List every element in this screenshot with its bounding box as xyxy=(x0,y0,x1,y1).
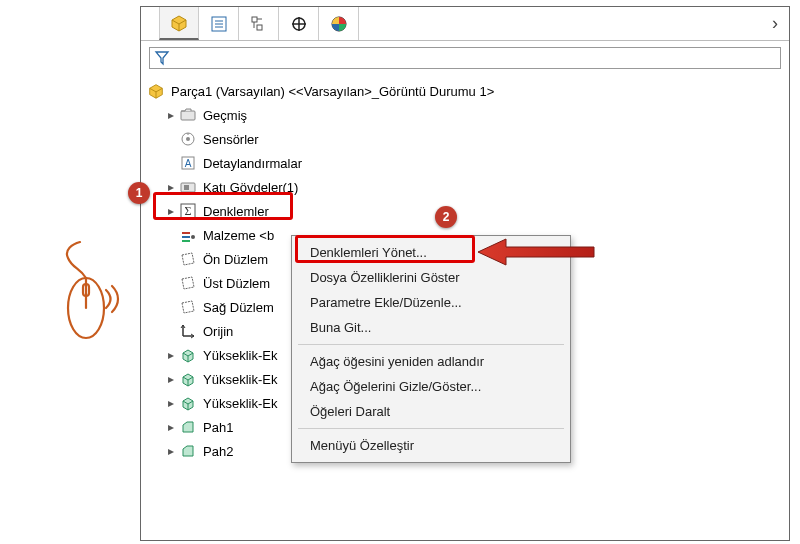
context-menu: Denklemleri Yönet... Dosya Özelliklerini… xyxy=(291,235,571,463)
svg-rect-15 xyxy=(181,111,195,120)
part-icon xyxy=(147,82,165,100)
extrude-icon xyxy=(179,370,197,388)
tree-item-annotations[interactable]: A Detaylandırmalar xyxy=(147,151,783,175)
annotations-icon: A xyxy=(179,154,197,172)
plane-icon xyxy=(179,298,197,316)
ctx-rename-tree-item[interactable]: Ağaç öğesini yeniden adlandır xyxy=(292,349,570,374)
extrude-icon xyxy=(179,346,197,364)
material-icon xyxy=(179,226,197,244)
callout-1: 1 xyxy=(128,182,150,204)
svg-rect-7 xyxy=(252,17,257,22)
tab-feature-tree[interactable] xyxy=(159,7,199,40)
svg-rect-10 xyxy=(257,25,262,30)
plane-icon xyxy=(179,274,197,292)
tree-item-equations[interactable]: ▸ Σ Denklemler xyxy=(147,199,783,223)
svg-point-17 xyxy=(186,137,190,141)
expander-icon[interactable]: ▸ xyxy=(165,108,177,122)
ctx-separator xyxy=(298,344,564,345)
feature-tree-toolbar: › xyxy=(141,7,789,41)
tab-display-manager[interactable] xyxy=(319,7,359,40)
solid-bodies-icon xyxy=(179,178,197,196)
expander-icon[interactable]: ▸ xyxy=(165,180,177,194)
panel-frame: › Parça1 (Varsayılan) <<Varsayılan>_Görü… xyxy=(140,6,790,541)
origin-icon xyxy=(179,322,197,340)
expander-icon[interactable]: ▸ xyxy=(165,396,177,410)
folder-history-icon xyxy=(179,106,197,124)
tree-item-sensors[interactable]: Sensörler xyxy=(147,127,783,151)
callout-2: 2 xyxy=(435,206,457,228)
chevron-right-icon: › xyxy=(772,13,778,34)
chamfer-icon xyxy=(179,442,197,460)
expander-icon[interactable]: ▸ xyxy=(165,420,177,434)
plane-icon xyxy=(179,250,197,268)
sensors-icon xyxy=(179,130,197,148)
tree-item-history[interactable]: ▸ Geçmiş xyxy=(147,103,783,127)
ctx-add-edit-parameter[interactable]: Parametre Ekle/Düzenle... xyxy=(292,290,570,315)
svg-point-28 xyxy=(191,235,195,239)
toolbar-overflow[interactable]: › xyxy=(761,7,789,40)
expander-icon[interactable]: ▸ xyxy=(165,204,177,218)
ctx-hide-show-tree-items[interactable]: Ağaç Öğelerini Gizle/Göster... xyxy=(292,374,570,399)
svg-text:A: A xyxy=(185,158,192,169)
svg-rect-22 xyxy=(184,185,189,190)
ctx-go-to[interactable]: Buna Git... xyxy=(292,315,570,340)
expander-icon[interactable]: ▸ xyxy=(165,444,177,458)
ctx-customize-menu[interactable]: Menüyü Özelleştir xyxy=(292,433,570,458)
tab-property-manager[interactable] xyxy=(199,7,239,40)
arrow-annotation xyxy=(476,235,596,269)
tree-root[interactable]: Parça1 (Varsayılan) <<Varsayılan>_Görünt… xyxy=(147,79,783,103)
funnel-icon xyxy=(154,50,170,66)
expander-icon[interactable]: ▸ xyxy=(165,372,177,386)
expander-icon[interactable]: ▸ xyxy=(165,348,177,362)
tree-root-label: Parça1 (Varsayılan) <<Varsayılan>_Görünt… xyxy=(171,84,494,99)
mouse-cursor-annotation xyxy=(58,238,128,348)
tree-filter-input[interactable] xyxy=(149,47,781,69)
svg-text:Σ: Σ xyxy=(185,204,192,218)
tab-dimxpert[interactable] xyxy=(279,7,319,40)
ctx-collapse-items[interactable]: Öğeleri Daralt xyxy=(292,399,570,424)
chamfer-icon xyxy=(179,418,197,436)
sigma-icon: Σ xyxy=(179,202,197,220)
ctx-separator xyxy=(298,428,564,429)
extrude-icon xyxy=(179,394,197,412)
filter-row xyxy=(141,41,789,75)
tree-item-solid-bodies[interactable]: ▸ Katı Gövdeler(1) xyxy=(147,175,783,199)
tab-configuration-manager[interactable] xyxy=(239,7,279,40)
